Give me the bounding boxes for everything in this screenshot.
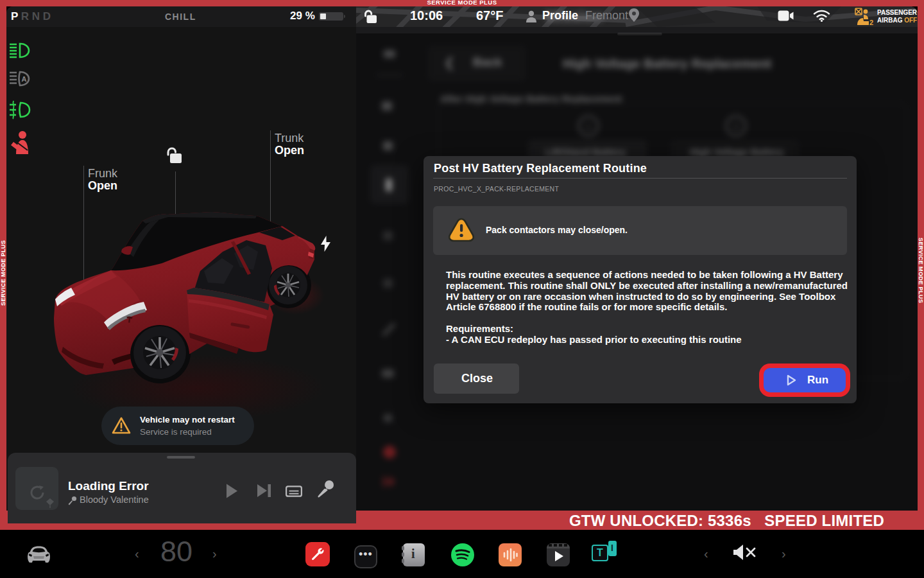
svg-text:A: A (22, 75, 27, 83)
